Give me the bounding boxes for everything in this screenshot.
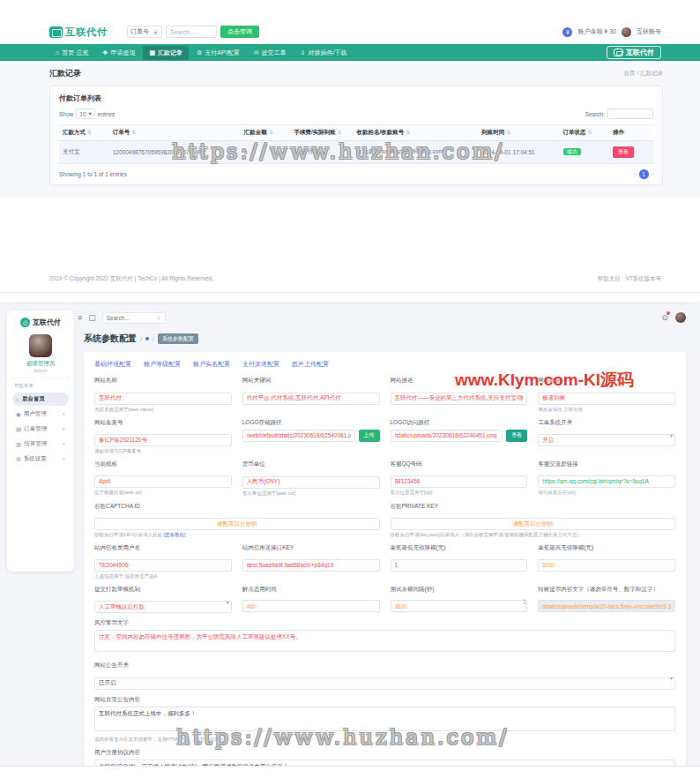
breadcrumb[interactable]: 首页 / 汇款记录 (624, 70, 663, 78)
col-time[interactable]: 到账时间⇅ (478, 125, 559, 141)
tutorial-link[interactable]: [查看教程] (164, 532, 186, 537)
nav-item-ticket[interactable]: ✉ 提交工单 (248, 46, 293, 60)
topbar-search[interactable]: ⌕ (102, 312, 166, 324)
prev-page-icon[interactable]: ‹ (634, 171, 636, 177)
view-button[interactable]: 查看 (613, 146, 634, 158)
test-interval-stepper[interactable] (391, 600, 528, 612)
site-slogan-input[interactable] (538, 393, 675, 405)
risk-warning-textarea[interactable]: 注意：空间内容勿存储外挂等违禁图，为平台防范风险人工审查建议处理XX号。 (94, 630, 675, 652)
fullscreen-icon[interactable]: ▢ (88, 313, 96, 322)
upload-button[interactable]: 上传 (359, 430, 380, 442)
field-help: 上述信息用于:信息推送产品A (94, 573, 232, 580)
avatar[interactable] (622, 27, 631, 37)
transfer-tip-input (538, 600, 675, 612)
max-recharge-input[interactable] (538, 559, 675, 572)
tab-basic[interactable]: 基础环境配置 (94, 360, 131, 369)
withdraw-icon: ✚ (103, 49, 108, 56)
sidebar-item-settings[interactable]: ⚙ 系统设置 + (12, 453, 69, 466)
nav-item-home[interactable]: ⌂ 首页·总览 (49, 46, 95, 60)
site-keywords-input[interactable] (242, 393, 380, 405)
col-payee[interactable]: 收款姓名/收款账号⇅ (353, 125, 478, 141)
next-page-icon[interactable]: › (652, 171, 653, 177)
col-fee[interactable]: 手续费/实际到账⇅ (290, 125, 353, 141)
field-home-notice: 网站首页公告内容 互联代付系统正式上线中，福利多多！ 该内容将显示在首页弹窗中，… (94, 696, 675, 743)
sidebar-logo[interactable]: ◎ 互联代付 (12, 318, 69, 327)
template-input[interactable] (94, 475, 232, 488)
col-status[interactable]: 订单状态⇅ (560, 125, 610, 141)
logo-path-input[interactable] (242, 430, 355, 442)
sort-icon: ⇅ (588, 130, 592, 135)
nav-item-records[interactable]: ▦ 汇款记录 (143, 46, 189, 60)
notice-switch-select[interactable] (94, 677, 675, 690)
field-help: 显示位置适用于[qq] (391, 490, 528, 496)
page-number[interactable]: 1 (639, 169, 649, 179)
tab-channels[interactable]: 支付渠道配置 (242, 360, 279, 369)
user-icon: ◉ (16, 411, 21, 418)
order-icon: ▤ (16, 426, 21, 433)
captcha-id-input[interactable] (94, 518, 380, 530)
records-content: 汇款记录 首页 / 汇款记录 付款订单列表 Show 10 ▾ entries … (0, 61, 700, 198)
stepper-arrows[interactable]: ▴ ▾ (524, 598, 525, 605)
site-name-input[interactable] (94, 393, 232, 405)
currency-input[interactable] (242, 476, 380, 489)
msg-user-input[interactable] (94, 559, 232, 572)
expand-plus-icon: + (62, 441, 65, 447)
field-help: 当前名称适用于[web.name] (94, 407, 232, 413)
menu-toggle-icon[interactable]: ≡ (78, 313, 82, 322)
field-help: 请如实填写ICP备案号 (94, 448, 232, 454)
page-size-select[interactable]: 10 ▾ (76, 108, 95, 119)
view-button[interactable]: 查看 (506, 430, 527, 442)
logo-url-input[interactable] (391, 430, 503, 442)
review-mode-select[interactable] (94, 601, 232, 613)
nav-item-download[interactable]: ⇩ 对接插件/下载 (294, 46, 354, 60)
ticket-switch-select[interactable] (538, 434, 675, 446)
col-method[interactable]: 汇款方式⇅ (59, 125, 109, 141)
breadcrumb-home-dot[interactable] (145, 337, 149, 340)
msg-key-input[interactable] (242, 559, 380, 572)
field-site-name: 网站名称 当前名称适用于[web.name] (94, 377, 232, 413)
site-description-input[interactable] (391, 393, 528, 405)
service-qq-input[interactable] (391, 475, 528, 488)
page-footer: 2019 © Copyright 2022 互联代付 | TechCo | Al… (0, 275, 700, 283)
unfreeze-time-input[interactable] (242, 600, 380, 612)
notifications-bell[interactable]: ⊙ (661, 313, 668, 322)
search-button[interactable]: 点击查询 (220, 26, 259, 38)
home-notice-textarea[interactable]: 互联代付系统正式上线中，福利多多！ (94, 707, 675, 731)
private-key-input[interactable] (391, 518, 676, 530)
cell-fee: 1/1支付宝 (290, 141, 353, 164)
group-link-input[interactable] (538, 475, 675, 488)
cell-order-no: 120004987670595982023757CWR2 (109, 141, 241, 164)
admin-topbar-avatar[interactable] (675, 312, 686, 323)
table-search-input[interactable] (607, 108, 653, 119)
col-amount[interactable]: 汇款金额⇅ (241, 125, 291, 141)
step-down-icon[interactable]: ▾ (524, 602, 525, 605)
account-name[interactable]: 互联账号 (637, 27, 661, 36)
tab-upload[interactable]: 图片上传配置 (292, 360, 329, 369)
topbar-search-input[interactable] (107, 315, 151, 321)
brand-logo[interactable]: 互联代付 (49, 26, 108, 39)
min-recharge-input[interactable] (391, 559, 528, 572)
col-action[interactable]: 操作 (609, 125, 653, 141)
field-risk-warning: 风控警示文字 注意：空间内容勿存储外挂等违禁图，为平台防范风险人工审查建议处理X… (94, 619, 675, 655)
order-search-input[interactable] (166, 26, 217, 38)
sidebar: ◎ 互联代付 超级管理员 Admin 导航菜单 ⌂ 后台首页 ◉ 用户管理 + … (7, 310, 74, 572)
sidebar-item-dashboard[interactable]: ⌂ 后台首页 (12, 393, 69, 406)
version-text[interactable]: 帮助支持 · V7系统版本号 (598, 275, 661, 283)
bottom-page-edge (0, 766, 700, 777)
admin-avatar[interactable] (29, 334, 52, 357)
col-order-no[interactable]: 订单号⇅ (109, 125, 241, 141)
admin-topbar: ≡ ▢ ⌕ ⊙ (78, 310, 686, 325)
sidebar-item-orders[interactable]: ▤ 订单管理 + (12, 423, 69, 436)
sidebar-item-settlement[interactable]: ▥ 结算管理 + (12, 438, 69, 451)
sidebar-item-users[interactable]: ◉ 用户管理 + (12, 408, 69, 421)
cell-payee: 收款备注huyangzh.e999@qq.com (353, 141, 478, 164)
nav-item-withdraw[interactable]: ✚ 申请提现 (97, 46, 142, 60)
gear-icon: ⚙ (197, 49, 202, 56)
entries-label: entries (98, 111, 115, 117)
tab-levels[interactable]: 账户等级配置 (144, 360, 181, 369)
tab-realname[interactable]: 账户实名配置 (193, 360, 230, 369)
icp-input[interactable] (94, 434, 232, 446)
nav-item-api[interactable]: ⚙ 支付API配置 (190, 46, 246, 60)
search-type-select[interactable]: 订单号 ▾ (127, 26, 162, 38)
field-site-description: 网站描述 (391, 377, 528, 413)
